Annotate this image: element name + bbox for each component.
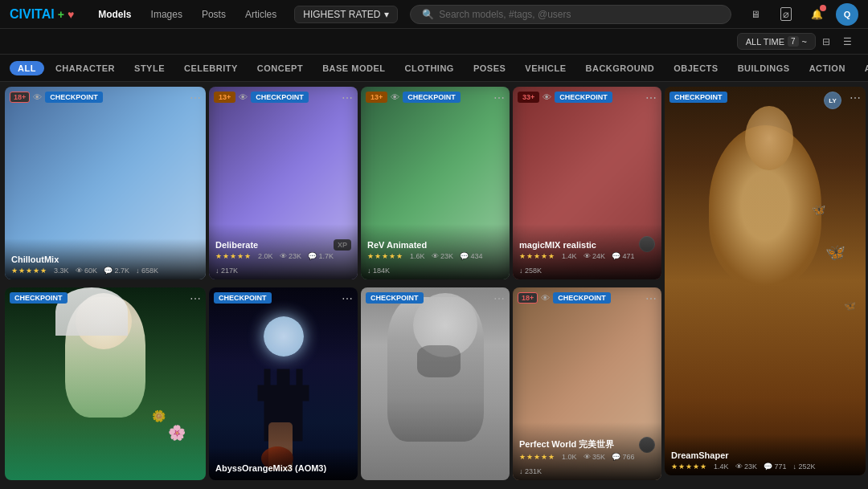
category-all[interactable]: ALL — [10, 61, 44, 75]
notification-wrapper: 🔔 — [805, 3, 828, 26]
card-info: ChilloutMix ★★★★★ 3.3K 👁 60K 💬 2.7K ↓ 65… — [5, 238, 206, 279]
time-filter-button[interactable]: ALL TIME 7 ~ — [737, 33, 816, 50]
badge-33plus: 33+ — [518, 92, 539, 103]
card-menu-button[interactable]: ⋯ — [190, 292, 201, 305]
card-menu-button[interactable]: ⋯ — [645, 292, 657, 305]
category-concept[interactable]: CONCEPT — [249, 61, 311, 75]
card-badge-area: 33+ 👁 CHECKPOINT — [518, 92, 612, 103]
badge-checkpoint: CHECKPOINT — [555, 92, 612, 103]
card-realistic-male[interactable]: CHECKPOINT ⋯ — [361, 287, 510, 480]
view-count: 👁 60K — [76, 267, 98, 275]
card-menu-button[interactable]: ⋯ — [190, 92, 201, 104]
card-stats: ★★★★★ 3.3K 👁 60K 💬 2.7K ↓ 658K — [11, 267, 199, 275]
time-filter-badge: 7 — [788, 36, 799, 47]
card-title: DreamShaper — [671, 450, 859, 460]
download-count: ↓ 231K — [519, 467, 542, 475]
rating-count: 1.4K — [562, 252, 577, 260]
card-perfectworld[interactable]: 18+ 👁 CHECKPOINT ⋯ Perfect World 完美世界 ★★… — [513, 287, 661, 480]
card-reVAnimated[interactable]: 13+ 👁 CHECKPOINT ⋯ ReV Animated ★★★★★ 1.… — [361, 87, 510, 279]
badge-18-plus: 18+ — [10, 92, 30, 103]
logo[interactable]: CIVITAI + ♥ — [10, 7, 74, 22]
category-navigation: ALL CHARACTER STYLE CELEBRITY CONCEPT BA… — [0, 55, 868, 82]
card-info: AbyssOrangeMix3 (AOM3) — [209, 447, 358, 480]
category-animal[interactable]: ANIMAL — [857, 61, 868, 75]
tab-images[interactable]: Images — [143, 6, 190, 23]
view-count: 👁 23K — [280, 252, 302, 260]
monitor-icon-btn[interactable]: 🖥 — [744, 3, 767, 26]
card-title: Perfect World 完美世界 — [519, 438, 655, 450]
tab-articles[interactable]: Articles — [237, 6, 285, 23]
category-buildings[interactable]: BUILDINGS — [730, 61, 798, 75]
card-stats: ★★★★★ 1.4K 👁 24K 💬 471 ↓ 258K — [519, 252, 655, 275]
card-chilloutmix[interactable]: 18+ 👁 CHECKPOINT ⋯ ChilloutMix ★★★★★ 3.3… — [5, 87, 206, 279]
card-badge-area: CHECKPOINT — [366, 292, 424, 304]
card-stats: ★★★★★ 1.0K 👁 35K 💬 766 ↓ 231K — [519, 453, 655, 475]
second-navigation: ALL TIME 7 ~ ⊟ ☰ — [0, 29, 868, 55]
card-menu-button[interactable]: ⋯ — [645, 92, 657, 104]
category-background[interactable]: BACKGROUND — [578, 61, 663, 75]
card-menu-button[interactable]: ⋯ — [493, 292, 505, 305]
card-info: ReV Animated ★★★★★ 1.6K 👁 23K 💬 434 ↓ 18… — [361, 224, 510, 279]
rating-count: 1.0K — [562, 453, 577, 461]
card-magicmix[interactable]: 33+ 👁 CHECKPOINT ⋯ magicMIX realistic ★★… — [513, 87, 661, 279]
sort-button[interactable]: HIGHEST RATED ▾ — [294, 6, 397, 23]
layout-icon: ☰ — [843, 36, 852, 47]
category-clothing[interactable]: CLOTHING — [396, 61, 461, 75]
logo-heart-icon: ♥ — [68, 8, 74, 21]
badge-checkpoint: CHECKPOINT — [45, 92, 103, 103]
tab-models[interactable]: Models — [90, 6, 139, 23]
card-badge-area: 13+ 👁 CHECKPOINT — [214, 92, 309, 103]
card-abyssOrange[interactable]: CHECKPOINT ⋯ AbyssOrangeMix3 (AOM3) — [209, 287, 358, 480]
category-character[interactable]: CHARACTER — [47, 61, 123, 75]
badge-eye-icon: 👁 — [542, 92, 551, 102]
top-navigation: CIVITAI + ♥ Models Images Posts Articles… — [0, 0, 868, 29]
card-badge-area: 18+ 👁 CHECKPOINT — [518, 292, 611, 304]
comment-count: 💬 2.7K — [104, 267, 129, 275]
sort-label: HIGHEST RATED — [303, 9, 380, 20]
card-stats: ★★★★★ 2.0K 👁 23K 💬 1.7K ↓ 217K — [215, 252, 351, 275]
search-icon: 🔍 — [422, 9, 434, 20]
card-title: ChilloutMix — [11, 255, 199, 264]
user-avatar[interactable]: Q — [836, 3, 858, 26]
all-time-label: ALL TIME — [746, 37, 784, 47]
card-menu-button[interactable]: ⋯ — [850, 92, 861, 104]
star-rating: ★★★★★ — [671, 463, 707, 471]
card-badge-area: CHECKPOINT — [214, 292, 272, 304]
card-deliberate[interactable]: 13+ 👁 CHECKPOINT ⋯ XP Deliberate ★★★★★ 2… — [209, 87, 358, 279]
badge-checkpoint: CHECKPOINT — [553, 292, 611, 304]
slash-icon-btn[interactable]: ⌀ — [775, 3, 797, 26]
category-style[interactable]: STYLE — [126, 61, 173, 75]
badge-18-plus: 18+ — [518, 292, 538, 304]
slash-icon: ⌀ — [780, 7, 792, 21]
category-base-model[interactable]: BASE MODEL — [314, 61, 393, 75]
card-title: AbyssOrangeMix3 (AOM3) — [215, 463, 351, 473]
category-celebrity[interactable]: CELEBRITY — [176, 61, 246, 75]
comment-count: 💬 434 — [460, 252, 483, 260]
card-menu-button[interactable]: ⋯ — [493, 92, 505, 104]
tab-posts[interactable]: Posts — [194, 6, 234, 23]
rating-count: 2.0K — [258, 252, 273, 260]
card-info: Perfect World 完美世界 ★★★★★ 1.0K 👁 35K 💬 76… — [513, 422, 661, 480]
layout-button[interactable]: ☰ — [837, 34, 858, 50]
comment-count: 💬 771 — [764, 463, 787, 471]
comment-count: 💬 766 — [612, 453, 635, 461]
card-title: ReV Animated — [367, 240, 503, 250]
category-poses[interactable]: POSES — [465, 61, 514, 75]
download-count: ↓ 658K — [136, 267, 158, 275]
category-vehicle[interactable]: VEHICLE — [517, 61, 574, 75]
view-count: 👁 23K — [735, 463, 758, 471]
card-title: magicMIX realistic — [519, 240, 655, 250]
download-count: ↓ 184K — [367, 267, 390, 275]
category-objects[interactable]: OBJECTS — [665, 61, 726, 75]
monitor-icon: 🖥 — [751, 9, 760, 20]
card-menu-button[interactable]: ⋯ — [342, 92, 353, 104]
card-anime-girl[interactable]: 🌸 🌼 CHECKPOINT ⋯ — [5, 287, 206, 480]
card-dreamshaper[interactable]: 🦋 🦋 🦋 CHECKPOINT ⋯ LY DreamShaper ★★★★★ … — [665, 87, 866, 475]
filter-button[interactable]: ⊟ — [816, 34, 837, 50]
card-menu-button[interactable]: ⋯ — [342, 292, 353, 305]
card-badge-area: CHECKPOINT — [669, 92, 727, 103]
top-right-actions: 🖥 ⌀ 🔔 Q — [744, 3, 858, 26]
search-bar[interactable]: 🔍 Search models, #tags, @users — [410, 5, 731, 24]
category-action[interactable]: ACTION — [801, 61, 854, 75]
model-grid: 18+ 👁 CHECKPOINT ⋯ ChilloutMix ★★★★★ 3.3… — [0, 82, 868, 489]
